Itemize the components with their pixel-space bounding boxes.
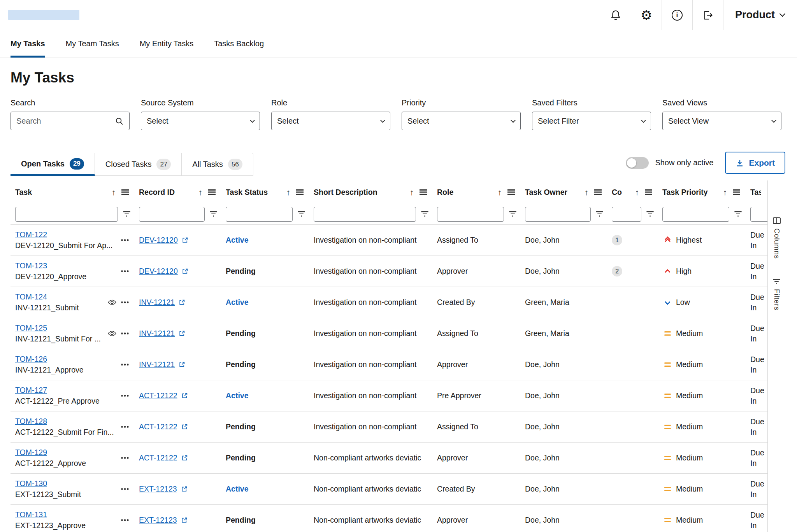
task-link[interactable]: TOM-130 xyxy=(15,479,47,488)
column-filter-input[interactable] xyxy=(612,207,641,222)
column-filter-input[interactable] xyxy=(226,207,293,222)
column-filter-input[interactable] xyxy=(139,207,205,222)
filter-icon[interactable] xyxy=(646,211,654,217)
row-actions-button[interactable] xyxy=(120,270,130,272)
logout-button[interactable] xyxy=(693,0,723,30)
task-link[interactable]: TOM-125 xyxy=(15,324,47,332)
filter-icon[interactable] xyxy=(509,211,516,217)
filter-icon[interactable] xyxy=(298,211,305,217)
watch-icon[interactable] xyxy=(108,299,116,305)
record-link[interactable]: INV-12121 xyxy=(139,360,175,369)
row-actions-button[interactable] xyxy=(120,395,130,397)
external-link-icon[interactable] xyxy=(179,330,185,337)
sort-icon[interactable]: ↑ xyxy=(498,188,502,196)
task-link[interactable]: TOM-123 xyxy=(15,261,47,270)
column-menu-icon[interactable] xyxy=(121,189,129,195)
external-link-icon[interactable] xyxy=(181,517,188,523)
record-link[interactable]: DEV-12120 xyxy=(139,267,178,276)
external-link-icon[interactable] xyxy=(179,299,185,306)
external-link-icon[interactable] xyxy=(181,486,188,492)
sort-icon[interactable]: ↑ xyxy=(723,188,727,196)
nav-tab[interactable]: My Team Tasks xyxy=(66,30,119,58)
record-link[interactable]: EXT-12123 xyxy=(139,516,177,525)
filter-icon[interactable] xyxy=(421,211,428,217)
record-link[interactable]: INV-12121 xyxy=(139,298,175,307)
column-menu-icon[interactable] xyxy=(733,189,740,195)
column-menu-icon[interactable] xyxy=(594,189,602,195)
row-actions-button[interactable] xyxy=(120,457,130,459)
show-only-active-toggle[interactable] xyxy=(626,157,649,169)
record-link[interactable]: EXT-12123 xyxy=(139,485,177,494)
task-link[interactable]: TOM-131 xyxy=(15,510,47,519)
column-menu-icon[interactable] xyxy=(645,189,652,195)
view-tab[interactable]: Closed Tasks 27 xyxy=(95,153,182,176)
filter-select[interactable]: Select xyxy=(141,112,260,130)
column-menu-icon[interactable] xyxy=(296,189,304,195)
column-filter-input[interactable] xyxy=(525,207,591,222)
search-input[interactable] xyxy=(16,117,111,126)
nav-tab[interactable]: My Tasks xyxy=(11,30,45,58)
filter-select[interactable]: Select Filter xyxy=(532,112,651,130)
column-menu-icon[interactable] xyxy=(420,189,427,195)
settings-button[interactable] xyxy=(631,0,662,30)
column-menu-icon[interactable] xyxy=(208,189,216,195)
sort-icon[interactable]: ↑ xyxy=(198,188,203,196)
notifications-button[interactable] xyxy=(600,0,631,30)
task-link[interactable]: TOM-128 xyxy=(15,417,47,426)
sort-icon[interactable]: ↑ xyxy=(635,188,639,196)
columns-panel-button[interactable]: Columns xyxy=(772,217,781,259)
external-link-icon[interactable] xyxy=(181,455,188,461)
column-filter-input[interactable] xyxy=(15,207,118,222)
filter-select[interactable]: Select View xyxy=(662,112,781,130)
row-actions-button[interactable] xyxy=(120,301,130,303)
column-filter-input[interactable] xyxy=(314,207,416,222)
sort-icon[interactable]: ↑ xyxy=(286,188,291,196)
filter-icon[interactable] xyxy=(734,211,742,217)
record-link[interactable]: INV-12121 xyxy=(139,329,175,338)
row-actions-button[interactable] xyxy=(120,239,130,241)
nav-tab[interactable]: Tasks Backlog xyxy=(214,30,264,58)
task-link[interactable]: TOM-126 xyxy=(15,355,47,364)
filter-select[interactable]: Select xyxy=(271,112,390,130)
info-button[interactable] xyxy=(662,0,692,30)
external-link-icon[interactable] xyxy=(181,424,188,430)
record-link[interactable]: ACT-12122 xyxy=(139,453,177,462)
column-filter-input[interactable] xyxy=(750,207,767,222)
row-actions-button[interactable] xyxy=(120,332,130,334)
filters-panel-button[interactable]: Filters xyxy=(772,279,781,310)
task-link[interactable]: TOM-124 xyxy=(15,292,47,301)
filter-icon[interactable] xyxy=(210,211,217,217)
column-filter-input[interactable] xyxy=(437,207,504,222)
record-link[interactable]: ACT-12122 xyxy=(139,391,177,400)
filter-select[interactable]: Select xyxy=(402,112,521,130)
external-link-icon[interactable] xyxy=(182,268,188,275)
sort-icon[interactable]: ↑ xyxy=(585,188,589,196)
column-filter-input[interactable] xyxy=(662,207,729,222)
filter-icon[interactable] xyxy=(123,211,130,217)
row-actions-button[interactable] xyxy=(120,426,130,428)
sort-icon[interactable]: ↑ xyxy=(410,188,414,196)
view-tab[interactable]: Open Tasks 29 xyxy=(11,153,95,176)
record-link[interactable]: DEV-12120 xyxy=(139,236,178,245)
watch-icon[interactable] xyxy=(108,331,116,336)
external-link-icon[interactable] xyxy=(181,392,188,399)
product-menu[interactable]: Product xyxy=(723,0,797,30)
filter-icon[interactable] xyxy=(596,211,603,217)
task-link[interactable]: TOM-129 xyxy=(15,448,47,457)
nav-tab[interactable]: My Entity Tasks xyxy=(140,30,194,58)
row-actions-button[interactable] xyxy=(120,364,130,366)
external-link-icon[interactable] xyxy=(179,361,185,368)
task-link[interactable]: TOM-127 xyxy=(15,386,47,395)
comments-badge[interactable]: 2 xyxy=(612,266,622,276)
view-tab[interactable]: All Tasks 56 xyxy=(182,153,253,176)
external-link-icon[interactable] xyxy=(182,237,188,243)
export-button[interactable]: Export xyxy=(725,152,785,174)
column-menu-icon[interactable] xyxy=(507,189,515,195)
row-actions-button[interactable] xyxy=(120,519,130,521)
comments-badge[interactable]: 1 xyxy=(612,235,622,245)
row-actions-button[interactable] xyxy=(120,488,130,490)
record-link[interactable]: ACT-12122 xyxy=(139,422,177,431)
search-icon[interactable] xyxy=(115,117,124,126)
sort-icon[interactable]: ↑ xyxy=(112,188,116,196)
task-link[interactable]: TOM-122 xyxy=(15,230,47,239)
